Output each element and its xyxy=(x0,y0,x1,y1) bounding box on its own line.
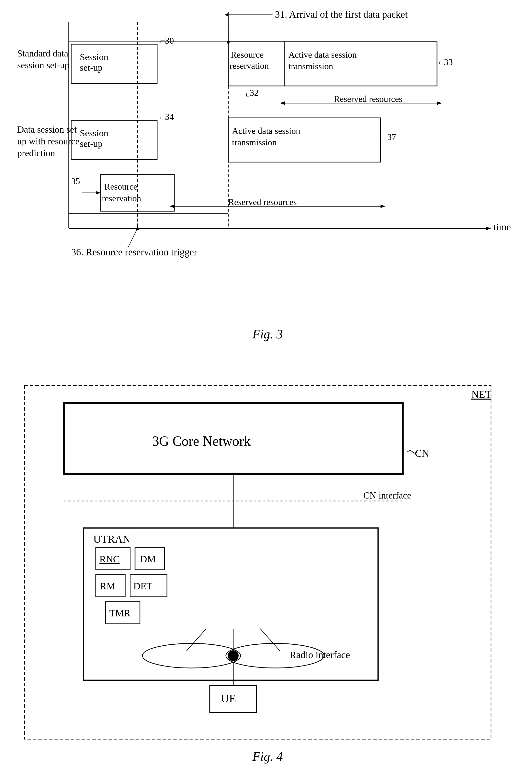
svg-marker-44 xyxy=(96,191,101,194)
svg-marker-53 xyxy=(227,41,230,46)
svg-text:Active data session: Active data session xyxy=(288,50,357,60)
utran-label: UTRAN xyxy=(93,533,130,545)
fig3-title: Fig. 3 xyxy=(252,327,283,341)
svg-text:35: 35 xyxy=(71,176,80,186)
net-label: NET xyxy=(471,389,492,400)
svg-text:⌐30: ⌐30 xyxy=(160,36,174,46)
svg-rect-58 xyxy=(24,386,491,739)
fig3-diagram: time Standard data session set-up Sessio… xyxy=(15,7,521,346)
svg-marker-4 xyxy=(486,227,491,230)
svg-marker-55 xyxy=(225,13,228,16)
rm-label: RM xyxy=(100,580,115,592)
svg-line-69 xyxy=(260,629,280,651)
svg-text:Reserved resources: Reserved resources xyxy=(228,197,297,207)
svg-text:Session: Session xyxy=(80,128,108,138)
svg-text:set-up: set-up xyxy=(80,139,103,149)
svg-text:Data session set: Data session set xyxy=(17,124,77,135)
svg-marker-24 xyxy=(437,101,442,105)
svg-text:Reserved resources: Reserved resources xyxy=(334,94,403,104)
svg-text:Session: Session xyxy=(80,52,108,62)
svg-text:Standard data: Standard data xyxy=(17,48,68,59)
svg-line-56 xyxy=(128,228,138,248)
fig4-title: Fig. 4 xyxy=(252,749,283,764)
fig4-svg: NET 3G Core Network CN CN interface UTRA… xyxy=(15,381,521,754)
svg-text:reservation: reservation xyxy=(102,193,141,203)
dm-label: DM xyxy=(140,554,156,565)
rnc-label: RNC xyxy=(99,554,119,565)
svg-marker-50 xyxy=(380,205,385,208)
cn-label: CN xyxy=(415,448,429,459)
time-label: time xyxy=(494,222,511,233)
ue-label: UE xyxy=(221,692,236,705)
fig3-svg: time Standard data session set-up Sessio… xyxy=(15,7,521,322)
svg-text:⌐37: ⌐37 xyxy=(382,132,396,142)
svg-marker-57 xyxy=(136,225,139,230)
svg-point-73 xyxy=(228,650,239,661)
svg-text:set-up: set-up xyxy=(80,62,103,73)
svg-text:reservation: reservation xyxy=(230,61,269,71)
radio-interface-label: Radio interface xyxy=(290,649,350,660)
svg-text:⌞32: ⌞32 xyxy=(246,88,259,98)
svg-text:prediction: prediction xyxy=(17,148,55,158)
svg-text:Resource: Resource xyxy=(104,182,137,191)
label-36: 36. Resource reservation trigger xyxy=(71,247,197,258)
svg-text:⌐33: ⌐33 xyxy=(439,57,453,67)
cn-interface-label: CN interface xyxy=(363,490,411,500)
svg-text:⌐34: ⌐34 xyxy=(160,112,174,122)
tmr-label: TMR xyxy=(109,608,130,619)
det-label: DET xyxy=(133,580,153,592)
svg-text:transmission: transmission xyxy=(232,138,277,147)
label-31: 31. Arrival of the first data packet xyxy=(275,9,408,20)
svg-text:transmission: transmission xyxy=(288,61,333,71)
svg-text:Active data session: Active data session xyxy=(232,126,300,136)
fig4-diagram: NET 3G Core Network CN CN interface UTRA… xyxy=(15,381,521,769)
svg-marker-23 xyxy=(280,101,285,105)
core-network-label: 3G Core Network xyxy=(152,434,251,449)
svg-text:up with resource: up with resource xyxy=(17,136,79,146)
svg-text:Resource: Resource xyxy=(231,50,264,60)
svg-marker-49 xyxy=(169,205,174,208)
svg-line-68 xyxy=(187,629,206,651)
svg-text:session set-up: session set-up xyxy=(17,60,69,70)
